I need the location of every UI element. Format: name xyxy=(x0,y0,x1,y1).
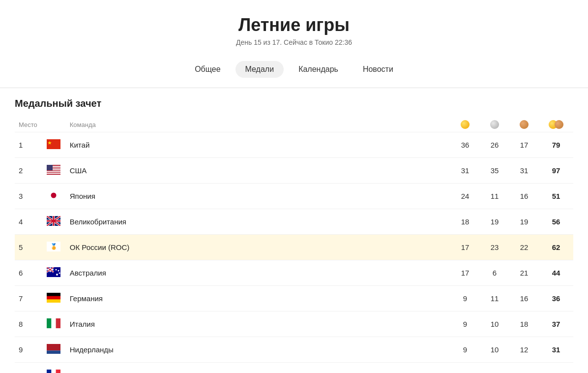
gold-count: 36 xyxy=(450,132,480,158)
total-count: 62 xyxy=(539,235,573,260)
total-count: 27 xyxy=(539,363,573,373)
svg-rect-42 xyxy=(47,350,60,354)
silver-count: 23 xyxy=(480,235,509,260)
gold-count: 31 xyxy=(450,158,480,184)
bronze-count: 19 xyxy=(509,209,539,235)
svg-rect-36 xyxy=(47,293,60,296)
col-flag xyxy=(41,117,66,132)
table-row: 9 Нидерланды 9 10 12 31 xyxy=(15,337,573,363)
silver-count: 10 xyxy=(480,311,509,337)
col-silver xyxy=(480,117,509,132)
table-row: 7 Германия 9 11 16 36 xyxy=(15,286,573,311)
country-name: Великобритания xyxy=(66,209,450,235)
silver-count: 26 xyxy=(480,132,509,158)
gold-count: 24 xyxy=(450,184,480,209)
total-count: 97 xyxy=(539,158,573,184)
silver-count: 6 xyxy=(480,260,509,286)
country-name: Япония xyxy=(66,184,450,209)
total-count: 37 xyxy=(539,311,573,337)
total-medal-icon xyxy=(549,120,563,129)
silver-count: 35 xyxy=(480,158,509,184)
country-name: Германия xyxy=(66,286,450,311)
main-content: Медальный зачет Место Команда xyxy=(0,88,588,373)
rank-cell: 6 xyxy=(15,260,41,286)
svg-rect-7 xyxy=(47,173,60,174)
navigation-tabs: Общее Медали Календарь Новости xyxy=(0,61,588,83)
subtitle: День 15 из 17. Сейчас в Токио 22:36 xyxy=(0,38,588,46)
flag-cell xyxy=(41,311,66,337)
country-name: Италия xyxy=(66,311,450,337)
svg-point-10 xyxy=(51,193,56,198)
bronze-count: 18 xyxy=(509,311,539,337)
flag-cell xyxy=(41,158,66,184)
table-row: 2 США 31 35 31 97 xyxy=(15,158,573,184)
rank-cell: 8 xyxy=(15,311,41,337)
col-gold xyxy=(450,117,480,132)
rank-cell: 10 xyxy=(15,363,41,373)
col-bronze xyxy=(509,117,539,132)
total-count: 56 xyxy=(539,209,573,235)
table-row: 3 Япония 24 11 16 51 xyxy=(15,184,573,209)
country-name: Франция xyxy=(66,363,450,373)
medal-table: Место Команда xyxy=(15,117,573,373)
rank-cell: 1 xyxy=(15,132,41,158)
total-count: 31 xyxy=(539,337,573,363)
section-title: Медальный зачет xyxy=(15,98,573,109)
gold-count: 9 xyxy=(450,311,480,337)
bronze-medal-icon xyxy=(520,120,529,129)
svg-rect-45 xyxy=(47,370,51,373)
table-row: 1 Китай 36 26 17 79 xyxy=(15,132,573,158)
gold-count: 17 xyxy=(450,235,480,260)
tab-novosti[interactable]: Новости xyxy=(353,61,403,78)
svg-point-30 xyxy=(56,274,58,276)
flag-cell xyxy=(41,337,66,363)
gold-count: 9 xyxy=(450,286,480,311)
silver-count: 10 xyxy=(480,337,509,363)
rank-cell: 5 xyxy=(15,235,41,260)
rank-cell: 4 xyxy=(15,209,41,235)
flag-cell xyxy=(41,209,66,235)
country-name: ОК России (ROC) xyxy=(66,235,450,260)
total-count: 36 xyxy=(539,286,573,311)
tab-obshchee[interactable]: Общее xyxy=(185,61,230,78)
silver-count: 19 xyxy=(480,209,509,235)
svg-point-32 xyxy=(58,270,59,272)
svg-rect-8 xyxy=(47,165,53,170)
bronze-count: 21 xyxy=(509,260,539,286)
flag-cell xyxy=(41,184,66,209)
svg-rect-39 xyxy=(47,318,51,328)
country-name: США xyxy=(66,158,450,184)
table-row: 4 Великобритания 18 19 19 56 xyxy=(15,209,573,235)
flag-cell xyxy=(41,286,66,311)
rank-cell: 9 xyxy=(15,337,41,363)
flag-cell xyxy=(41,260,66,286)
silver-medal-icon xyxy=(490,120,499,129)
table-row: 5 🏅 ОК России (ROC) 17 23 22 62 xyxy=(15,235,573,260)
bronze-count: 12 xyxy=(509,337,539,363)
flag-cell: 🏅 xyxy=(41,235,66,260)
svg-rect-6 xyxy=(47,171,60,172)
flag-cell xyxy=(41,363,66,373)
gold-count: 17 xyxy=(450,260,480,286)
rank-cell: 3 xyxy=(15,184,41,209)
tab-kalendar[interactable]: Календарь xyxy=(289,61,348,78)
silver-count: 11 xyxy=(480,363,509,373)
silver-count: 11 xyxy=(480,286,509,311)
table-row: 6 Австралия 17 6 21 44 xyxy=(15,260,573,286)
rank-cell: 2 xyxy=(15,158,41,184)
bronze-count: 31 xyxy=(509,158,539,184)
flag-cell xyxy=(41,132,66,158)
gold-count: 7 xyxy=(450,363,480,373)
silver-count: 11 xyxy=(480,184,509,209)
col-rank: Место xyxy=(15,117,41,132)
svg-text:🏅: 🏅 xyxy=(50,243,57,250)
country-name: Австралия xyxy=(66,260,450,286)
bronze-count: 22 xyxy=(509,235,539,260)
col-total xyxy=(539,117,573,132)
page-title: Летние игры xyxy=(0,15,588,35)
gold-count: 18 xyxy=(450,209,480,235)
bronze-count: 17 xyxy=(509,132,539,158)
total-count: 79 xyxy=(539,132,573,158)
tab-medali[interactable]: Медали xyxy=(235,61,284,78)
bronze-count: 16 xyxy=(509,286,539,311)
